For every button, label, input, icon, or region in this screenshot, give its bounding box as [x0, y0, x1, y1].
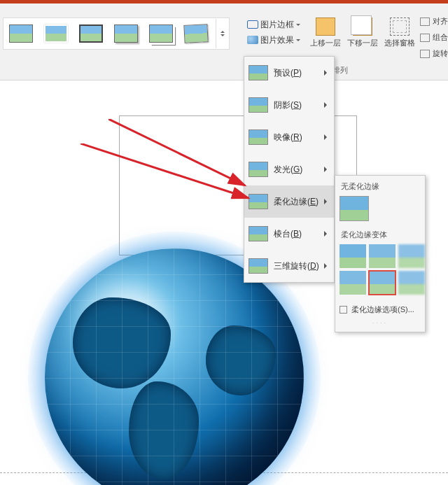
- variants-header: 柔化边缘变体: [340, 227, 421, 244]
- no-soft-edge-option[interactable]: [340, 196, 369, 221]
- ribbon: 图片边框 图片效果 上移一层 下移一层 选择窗格 排列 对齐 组合 旋转: [0, 3, 448, 80]
- align-button[interactable]: 对齐: [420, 16, 448, 27]
- soft-edge-variant-4[interactable]: [340, 271, 366, 295]
- align-icon: [420, 17, 430, 26]
- soft-edge-variant-6[interactable]: [398, 271, 425, 295]
- chevron-right-icon: [324, 199, 330, 204]
- bring-forward-icon: [316, 17, 335, 36]
- chevron-right-icon: [324, 231, 330, 237]
- picture-border-label: 图片边框: [260, 19, 294, 31]
- chevron-down-icon: [296, 39, 300, 43]
- thumbnail-icon: [248, 129, 268, 145]
- group-button[interactable]: 组合: [420, 32, 448, 43]
- arrange-section-label: 排列: [332, 65, 348, 76]
- thumbnail-icon: [248, 97, 268, 113]
- menu-reflection[interactable]: 映像(R): [244, 121, 334, 153]
- thumbnail-icon: [248, 65, 268, 80]
- menu-preset[interactable]: 预设(P): [244, 57, 334, 89]
- selection-pane-button[interactable]: 选择窗格: [382, 16, 417, 50]
- style-white-frame[interactable]: [39, 19, 73, 48]
- style-simple-frame[interactable]: [4, 19, 38, 48]
- soft-edge-variant-2[interactable]: [369, 244, 396, 268]
- picture-border-icon: [247, 20, 258, 29]
- thumbnail-icon: [248, 226, 268, 241]
- group-icon: [420, 34, 430, 42]
- chevron-right-icon: [324, 167, 330, 172]
- rotate-button[interactable]: 旋转: [420, 48, 448, 59]
- bring-forward-button[interactable]: 上移一层: [308, 16, 343, 50]
- style-black-frame[interactable]: [74, 19, 108, 48]
- picture-effects-dropdown[interactable]: 图片效果: [245, 32, 304, 48]
- menu-glow[interactable]: 发光(G): [244, 153, 334, 185]
- picture-effects-menu: 预设(P) 阴影(S) 映像(R) 发光(G) 柔化边缘(E) 棱台(B) 三维…: [244, 56, 335, 283]
- soft-edge-variant-1[interactable]: [340, 244, 366, 268]
- chevron-right-icon: [324, 102, 330, 108]
- selection-pane-icon: [390, 17, 410, 36]
- menu-bevel[interactable]: 棱台(B): [244, 218, 334, 250]
- thumbnail-icon: [248, 162, 268, 177]
- picture-border-dropdown[interactable]: 图片边框: [245, 17, 304, 32]
- picture-effect-icon: [247, 36, 258, 44]
- gallery-more-button[interactable]: [216, 19, 228, 48]
- send-backward-icon: [353, 17, 372, 36]
- soft-edges-submenu: 无柔化边缘 柔化边缘变体 柔化边缘选项(S)... ····: [335, 175, 426, 332]
- menu-3d-rotation[interactable]: 三维旋转(D): [244, 250, 334, 282]
- send-backward-button[interactable]: 下移一层: [345, 16, 380, 50]
- style-stack[interactable]: [144, 19, 178, 48]
- picture-styles-gallery[interactable]: [3, 17, 230, 50]
- options-icon: [340, 306, 347, 314]
- menu-shadow[interactable]: 阴影(S): [244, 89, 334, 121]
- rotate-icon: [420, 50, 430, 58]
- globe-image[interactable]: [45, 248, 304, 485]
- style-tilt[interactable]: [179, 19, 213, 48]
- style-shadow[interactable]: [109, 19, 143, 48]
- soft-edge-variants: [340, 244, 421, 295]
- chevron-right-icon: [324, 70, 330, 76]
- soft-edge-options-link[interactable]: 柔化边缘选项(S)...: [340, 302, 421, 316]
- menu-soft-edges[interactable]: 柔化边缘(E): [244, 185, 334, 218]
- picture-effect-label: 图片效果: [260, 34, 294, 46]
- chevron-right-icon: [324, 134, 330, 140]
- resize-grip-icon: ····: [340, 319, 421, 326]
- chevron-right-icon: [324, 263, 330, 269]
- thumbnail-icon: [248, 194, 268, 209]
- chevron-down-icon: [296, 24, 300, 28]
- no-soft-header: 无柔化边缘: [340, 178, 421, 196]
- soft-edge-variant-5-selected[interactable]: [369, 271, 396, 295]
- arrange-group: 上移一层 下移一层 选择窗格: [308, 16, 417, 50]
- soft-edge-variant-3[interactable]: [398, 244, 425, 268]
- thumbnail-icon: [248, 258, 268, 274]
